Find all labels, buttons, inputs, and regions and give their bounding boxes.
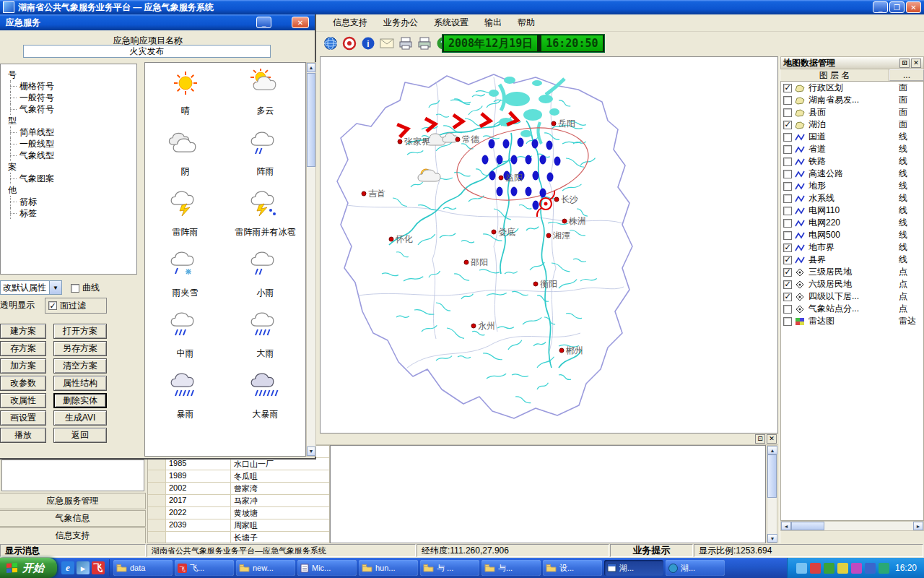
message-canvas[interactable] — [330, 445, 766, 543]
menu-item[interactable]: 信息支持 — [325, 15, 375, 30]
tray-icon[interactable] — [837, 563, 848, 574]
tray-icon[interactable] — [865, 563, 876, 574]
scroll-thumb[interactable] — [767, 454, 777, 498]
dialog-button[interactable]: 画设置 — [0, 410, 46, 426]
minimize-button[interactable]: _ — [873, 1, 888, 13]
layer-row[interactable]: 地形线 — [781, 180, 923, 192]
taskbar-item[interactable]: 飞飞... — [175, 560, 234, 576]
layer-checkbox[interactable]: ✓ — [783, 268, 792, 277]
dock-close-icon[interactable]: ✕ — [767, 434, 777, 444]
dialog-button[interactable]: 改参数 — [0, 376, 46, 391]
panel-close-icon[interactable]: ✕ — [911, 59, 921, 68]
layer-checkbox[interactable] — [783, 231, 792, 240]
taskbar-item[interactable]: 与 ... — [420, 560, 479, 576]
table-row[interactable]: 2022黄坡塘 — [148, 507, 329, 519]
dialog-close-button[interactable]: ✕ — [292, 17, 309, 28]
weather-symbol-grid[interactable]: 晴多云阴阵雨雷阵雨雷阵雨并有冰雹雨夹雪小雨中雨大雨暴雨大暴雨 — [144, 62, 306, 457]
scroll-left-icon[interactable]: ◄ — [781, 522, 791, 530]
status-message-tab[interactable]: 显示消息 — [0, 544, 146, 557]
weather-symbol-cloud-rain-3[interactable]: 大雨 — [225, 311, 305, 372]
start-button[interactable]: 开始 — [0, 558, 57, 578]
layer-row[interactable]: ✓湖泊面 — [781, 118, 923, 131]
dialog-button[interactable]: 存方案 — [0, 341, 46, 356]
layer-checkbox[interactable] — [783, 219, 792, 228]
layer-checkbox[interactable] — [783, 182, 792, 191]
symbol-tree[interactable]: 号栅格符号一般符号气象符号型简单线型一般线型气象线型案气象图案他箭标标签 — [0, 64, 137, 275]
table-row[interactable]: 2017马家冲 — [148, 495, 329, 507]
layer-checkbox[interactable] — [783, 158, 792, 166]
tray-icon[interactable] — [851, 563, 862, 574]
pin-icon[interactable]: ⊡ — [899, 59, 910, 68]
layer-row[interactable]: 电网220线 — [781, 217, 923, 229]
tray-icon[interactable] — [796, 563, 807, 574]
quick-app-icon[interactable]: 飞 — [92, 561, 105, 574]
weather-symbol-cloud-lightning-hail[interactable]: 雷阵雨并有冰雹 — [225, 190, 305, 251]
taskbar-item[interactable]: 设... — [543, 560, 602, 576]
mail-icon[interactable] — [379, 35, 395, 51]
taskbar-item[interactable]: 湖... — [666, 560, 725, 576]
tree-leaf[interactable]: 气象图案 — [1, 173, 136, 184]
map-canvas[interactable]: 岳阳张家界常德益阳长沙吉首娄底株洲湘潭怀化邵阳衡阳永州郴州 — [320, 56, 778, 434]
layer-checkbox[interactable]: ✓ — [783, 243, 792, 252]
station-table[interactable]: 1951风羽村1985水口山一厂1989冬瓜咀2002曾家湾2017马家冲202… — [147, 445, 330, 543]
print-icon[interactable] — [398, 35, 414, 51]
dock-pin-icon[interactable]: ⊡ — [755, 434, 765, 444]
layer-checkbox[interactable] — [783, 305, 792, 314]
scroll-up-icon[interactable]: ▲ — [767, 446, 777, 454]
taskbar-item[interactable]: 湖... — [604, 560, 663, 576]
hunan-map[interactable]: 岳阳张家界常德益阳长沙吉首娄底株洲湘潭怀化邵阳衡阳永州郴州 — [321, 57, 777, 433]
layer-checkbox[interactable]: ✓ — [783, 84, 792, 92]
dialog-button[interactable]: 返回 — [53, 428, 107, 443]
chevron-down-icon[interactable]: ▼ — [49, 281, 61, 294]
tree-leaf[interactable]: 标签 — [1, 207, 136, 219]
scroll-down-icon[interactable]: ▼ — [767, 534, 777, 543]
dialog-button[interactable]: 生成AVI — [53, 410, 107, 426]
scroll-right-icon[interactable]: ► — [913, 522, 923, 530]
media-player-icon[interactable]: ▸ — [77, 561, 90, 574]
layer-row[interactable]: ✓地市界线 — [781, 241, 923, 254]
table-row[interactable]: 2039周家咀 — [148, 519, 329, 532]
tray-icon[interactable] — [824, 563, 834, 574]
layer-row[interactable]: ✓三级居民地点 — [781, 266, 923, 278]
dialog-minimize-button[interactable]: _ — [256, 17, 271, 28]
info-icon[interactable]: i — [360, 35, 376, 51]
curve-checkbox[interactable] — [71, 284, 79, 293]
layer-checkbox[interactable] — [783, 317, 792, 326]
layer-checkbox[interactable] — [783, 96, 792, 105]
dialog-button[interactable]: 加方案 — [0, 358, 46, 374]
layer-row[interactable]: 电网110线 — [781, 204, 923, 217]
tree-node[interactable]: 案 — [1, 161, 136, 173]
taskbar-item[interactable]: Mic... — [297, 560, 357, 576]
weather-symbol-cloud-rain-light[interactable]: 阵雨 — [225, 129, 305, 190]
layer-row[interactable]: 雷达图雷达 — [781, 315, 923, 327]
menu-item[interactable]: 输出 — [476, 15, 510, 30]
layer-checkbox[interactable]: ✓ — [783, 256, 792, 264]
weather-symbol-cloud-lightning[interactable]: 雷阵雨 — [145, 190, 225, 251]
sidebar-button[interactable]: 气象信息 — [0, 510, 146, 527]
layer-row[interactable]: 气象站点分...点 — [781, 303, 923, 315]
taskbar-item[interactable]: hun... — [359, 560, 418, 576]
window-titlebar[interactable]: 湖南省公共气象服务业务平台 — 应急气象服务系统 _ ❐ ✕ — [0, 0, 924, 14]
table-row[interactable]: 长塘子 — [148, 532, 329, 543]
layer-header-more-button[interactable]: ... — [889, 69, 924, 81]
layer-checkbox[interactable] — [783, 194, 792, 203]
layer-row[interactable]: 国道线 — [781, 131, 923, 143]
layer-checkbox[interactable] — [783, 145, 792, 154]
tree-leaf[interactable]: 一般符号 — [1, 92, 136, 103]
dialog-button[interactable]: 属性结构 — [53, 376, 107, 391]
scroll-down-icon[interactable]: ▼ — [307, 447, 315, 456]
default-attribute-combobox[interactable]: 改默认属性 ▼ — [0, 280, 62, 295]
table-row[interactable]: 1985水口山一厂 — [148, 458, 329, 470]
face-filter-checkbox[interactable]: ✓ — [48, 301, 57, 310]
print-icon-2[interactable] — [417, 35, 432, 51]
dialog-titlebar[interactable]: 应急服务 _ ✕ — [0, 14, 315, 30]
layer-checkbox[interactable]: ✓ — [783, 280, 792, 289]
ie-icon[interactable]: e — [61, 561, 74, 574]
layer-row[interactable]: ✓县界线 — [781, 254, 923, 266]
symbol-scrollbar[interactable]: ▲ ▼ — [306, 62, 316, 457]
tray-icon[interactable] — [810, 563, 821, 574]
maximize-button[interactable]: ❐ — [889, 1, 905, 13]
dialog-button[interactable]: 删除实体 — [53, 393, 107, 408]
dialog-button[interactable]: 清空方案 — [53, 358, 107, 374]
scroll-thumb[interactable] — [307, 73, 315, 167]
